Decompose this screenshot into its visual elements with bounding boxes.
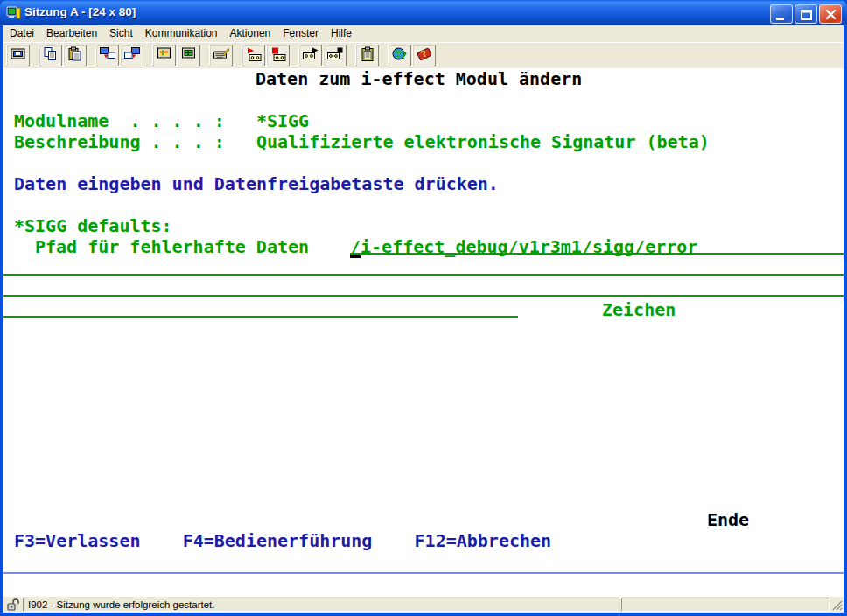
menu-item-fenster[interactable]: Fenster <box>276 25 325 42</box>
terminal-text: *SIGG defaults: <box>14 215 172 236</box>
terminal-text: Ende <box>707 509 749 530</box>
status-secondary-panel <box>621 598 830 612</box>
record-macro-button[interactable] <box>242 45 265 66</box>
receive-file-icon <box>123 46 141 66</box>
terminal-text: Zeichen <box>602 299 676 320</box>
clipboard-icon <box>359 46 376 66</box>
status-bar: I902 - Sitzung wurde erfolgreich gestart… <box>4 597 844 612</box>
stop-recording-icon <box>270 46 287 66</box>
menu-item-kommunikation[interactable]: Kommunikation <box>139 25 224 42</box>
send-file-button[interactable] <box>95 45 119 66</box>
record-macro-icon <box>245 46 262 66</box>
receive-file-button[interactable] <box>120 45 144 66</box>
play-macro-button[interactable] <box>298 45 322 66</box>
print-screen-icon <box>10 46 27 66</box>
menu-item-sicht[interactable]: Sicht <box>103 25 139 42</box>
keyboard-setup-button[interactable] <box>209 45 233 66</box>
keyboard-setup-icon <box>213 46 230 66</box>
clipboard-button[interactable] <box>355 45 379 66</box>
session-window: Sitzung A - [24 x 80] DateiBearbeitenSic… <box>0 0 847 616</box>
display-setup-icon <box>156 46 173 66</box>
stop-recording-button[interactable] <box>266 45 290 66</box>
window-title: Sitzung A - [24 x 80] <box>24 0 136 25</box>
toolbar: ?? <box>4 42 844 68</box>
terminal-text: F3=Verlassen F4=Bedienerführung F12=Abbr… <box>14 530 551 551</box>
help-button[interactable]: ? <box>412 45 436 66</box>
unlocked-padlock-icon <box>5 598 21 612</box>
help-icon: ? <box>416 46 433 66</box>
terminal-text: Daten eingeben und Datenfreigabetaste dr… <box>14 173 499 194</box>
color-setup-button[interactable] <box>177 45 200 66</box>
terminal-text: Beschreibung . . . : Qualifizierte elekt… <box>14 131 710 152</box>
send-file-icon <box>99 46 116 66</box>
resize-grip[interactable] <box>830 598 844 612</box>
copy-icon <box>42 46 60 66</box>
input-field-underline[interactable] <box>4 295 844 297</box>
minimize-button[interactable] <box>770 4 793 24</box>
menu-item-datei[interactable]: Datei <box>4 25 40 42</box>
print-screen-button[interactable] <box>6 45 30 66</box>
svg-text:?: ? <box>401 50 407 62</box>
input-field-underline[interactable] <box>350 253 844 255</box>
play-macro-icon <box>302 46 319 66</box>
terminal-text: Pfad für fehlerhafte Daten <box>35 236 309 257</box>
input-field-underline[interactable] <box>4 274 844 276</box>
status-message: I902 - Sitzung wurde erfolgreich gestart… <box>23 598 620 612</box>
paste-icon <box>66 46 84 66</box>
stop-macro-icon <box>326 46 344 66</box>
menu-item-aktionen[interactable]: Aktionen <box>224 25 277 42</box>
index-globe-icon: ? <box>391 46 409 66</box>
session-app-icon <box>6 5 21 20</box>
color-setup-icon <box>180 46 198 66</box>
menu-bar: DateiBearbeitenSichtKommunikationAktione… <box>4 25 844 42</box>
paste-button[interactable] <box>63 45 87 66</box>
text-cursor <box>350 256 360 258</box>
title-bar[interactable]: Sitzung A - [24 x 80] <box>0 0 847 25</box>
stop-macro-button[interactable] <box>323 45 346 66</box>
terminal-text: Daten zum i-effect Modul ändern <box>256 68 582 89</box>
terminal-screen[interactable]: Daten zum i-effect Modul ändernModulname… <box>4 68 844 572</box>
menu-item-bearbeiten[interactable]: Bearbeiten <box>40 25 103 42</box>
copy-button[interactable] <box>38 45 62 66</box>
terminal-text: Modulname . . . . : *SIGG <box>14 110 309 131</box>
index-globe-button[interactable]: ? <box>388 45 411 66</box>
oia-area <box>4 574 844 597</box>
close-button[interactable] <box>819 4 842 24</box>
display-setup-button[interactable] <box>152 45 176 66</box>
maximize-button[interactable] <box>794 4 817 24</box>
menu-item-hilfe[interactable]: Hilfe <box>325 25 358 42</box>
input-field-underline[interactable] <box>4 316 518 318</box>
